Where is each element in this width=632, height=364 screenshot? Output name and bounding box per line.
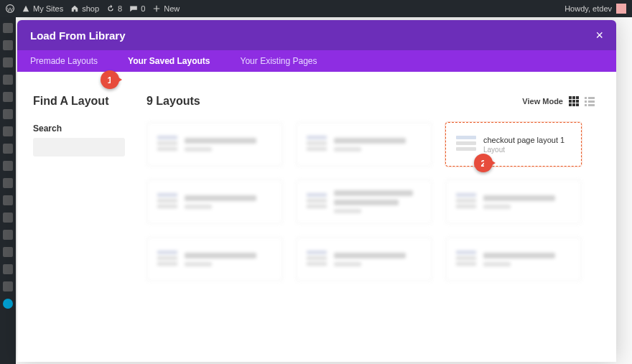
comments-count: 0 [141, 4, 145, 13]
updates-count: 8 [118, 4, 122, 13]
layout-card[interactable] [296, 179, 432, 224]
updates-link[interactable]: 8 [106, 4, 122, 13]
woocommerce-icon[interactable] [3, 126, 13, 136]
tab-label: Premade Layouts [30, 56, 98, 66]
layout-card[interactable] [445, 179, 582, 224]
svg-rect-14 [585, 104, 587, 106]
layout-thumb-icon [157, 251, 177, 268]
new-link[interactable]: New [152, 4, 180, 13]
site-name: shop [82, 4, 99, 13]
layout-thumb-icon [157, 193, 177, 210]
wp-admin-bar: My Sites shop 8 0 New Howdy, etdev [0, 0, 632, 17]
comments-icon[interactable] [3, 92, 13, 102]
my-sites-label: My Sites [33, 4, 63, 13]
layout-card-subtitle: Layout [483, 146, 564, 154]
search-label: Search [33, 123, 131, 134]
svg-rect-1 [569, 96, 572, 99]
refresh-icon [106, 4, 115, 13]
layout-text-placeholder [185, 253, 256, 266]
view-mode-switch: View Mode [522, 96, 595, 106]
wp-logo-icon[interactable] [6, 4, 14, 13]
collapse-icon[interactable] [3, 281, 13, 291]
layout-thumb-icon [307, 136, 327, 153]
layout-card[interactable] [147, 179, 283, 224]
pages-icon[interactable] [3, 75, 13, 85]
home-icon [70, 4, 79, 13]
svg-rect-6 [576, 100, 579, 103]
projects-icon[interactable] [3, 109, 13, 119]
svg-rect-5 [572, 100, 575, 103]
marketing-icon[interactable] [3, 178, 13, 188]
svg-rect-7 [569, 103, 572, 106]
layout-card[interactable] [147, 122, 283, 167]
comments-link[interactable]: 0 [129, 4, 145, 13]
media-icon[interactable] [3, 57, 13, 67]
marker-number: 2 [480, 158, 485, 169]
layout-card[interactable] [296, 122, 432, 167]
svg-rect-11 [588, 97, 595, 99]
modal-close-button[interactable]: × [595, 28, 603, 43]
modal-title: Load From Library [30, 29, 126, 42]
layout-grid: checkout page layout 1 Layout [147, 122, 595, 281]
annotation-marker-1: 1 [101, 70, 119, 89]
layout-card[interactable] [147, 237, 283, 281]
svg-rect-10 [585, 97, 587, 99]
layout-card[interactable] [445, 237, 582, 281]
tab-existing-pages[interactable]: Your Existing Pages [231, 50, 338, 72]
user-avatar[interactable] [616, 4, 626, 14]
tools-icon[interactable] [3, 247, 13, 257]
layout-card[interactable] [296, 237, 432, 281]
modal-header: Load From Library × Premade Layouts Your… [17, 20, 616, 72]
products-icon[interactable] [3, 144, 13, 154]
comment-icon [129, 4, 138, 13]
plus-icon [152, 4, 161, 13]
results-heading: 9 Layouts [147, 95, 200, 108]
marker-number: 1 [107, 75, 112, 85]
search-input[interactable] [33, 138, 125, 157]
svg-rect-3 [576, 96, 579, 99]
settings-icon[interactable] [3, 264, 13, 274]
svg-rect-15 [588, 104, 595, 106]
svg-rect-2 [572, 96, 575, 99]
my-sites-link[interactable]: My Sites [22, 4, 63, 13]
layout-thumb-icon [456, 193, 476, 210]
appearance-icon[interactable] [3, 195, 13, 205]
sites-icon [22, 4, 30, 13]
new-label: New [164, 4, 180, 13]
svg-point-0 [6, 5, 14, 13]
layout-thumb-icon [157, 136, 177, 153]
plugins-icon[interactable] [3, 213, 13, 223]
layout-text-placeholder [334, 253, 406, 266]
filter-sidebar: Find A Layout Search [17, 72, 147, 362]
layout-text-placeholder [334, 138, 406, 151]
results-panel: 9 Layouts View Mode [147, 72, 616, 362]
grid-view-icon[interactable] [569, 96, 579, 106]
svg-rect-13 [588, 101, 595, 103]
annotation-marker-2: 2 [474, 154, 493, 172]
tab-label: Your Existing Pages [241, 56, 317, 66]
users-icon[interactable] [3, 230, 13, 240]
layout-card-highlighted[interactable]: checkout page layout 1 Layout [445, 122, 582, 167]
svg-rect-8 [572, 103, 575, 106]
tab-label: Your Saved Layouts [128, 56, 210, 66]
modal-tabs: Premade Layouts Your Saved Layouts Your … [17, 50, 616, 72]
site-link[interactable]: shop [70, 4, 99, 13]
tab-saved-layouts[interactable]: Your Saved Layouts [118, 50, 230, 72]
analytics-icon[interactable] [3, 161, 13, 171]
divi-icon[interactable] [3, 299, 13, 309]
wp-admin-sidebar [0, 17, 16, 364]
modal-body: Find A Layout Search 9 Layouts View Mode [17, 72, 616, 362]
close-icon: × [595, 28, 603, 42]
svg-rect-9 [576, 103, 579, 106]
howdy-text[interactable]: Howdy, etdev [564, 4, 612, 13]
list-view-icon[interactable] [585, 96, 595, 106]
svg-rect-12 [585, 101, 587, 103]
dashboard-icon[interactable] [3, 23, 13, 33]
layout-text-placeholder [483, 253, 555, 266]
tab-premade-layouts[interactable]: Premade Layouts [17, 50, 118, 72]
posts-icon[interactable] [3, 40, 13, 50]
layout-thumb-icon [307, 193, 327, 210]
layout-text-placeholder [185, 138, 256, 151]
layout-text-placeholder [483, 195, 555, 209]
layout-thumb-icon [456, 251, 476, 268]
